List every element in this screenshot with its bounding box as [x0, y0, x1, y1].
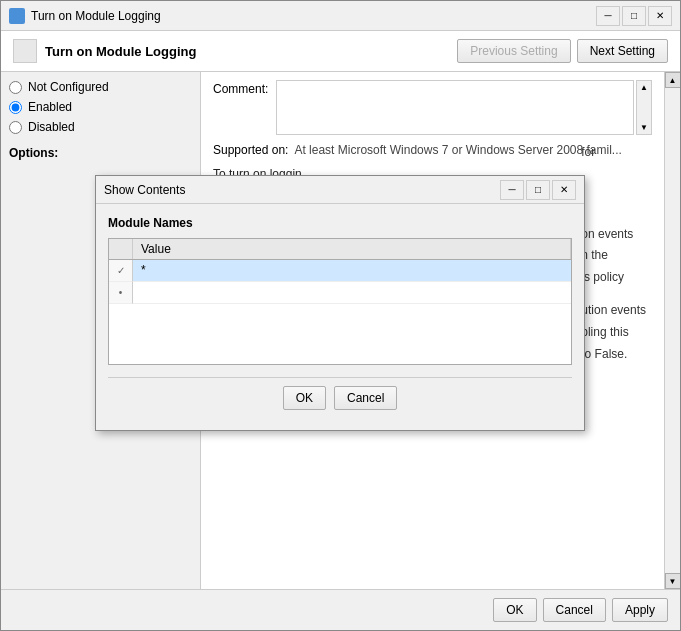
modal-overlay: Show Contents ─ □ ✕ Module Names Value ✓ [0, 0, 681, 631]
modal-controls: ─ □ ✕ [500, 180, 576, 200]
modal-content: Module Names Value ✓ * • [96, 204, 584, 430]
table-row[interactable]: • [109, 282, 571, 304]
table-value-header: Value [133, 239, 571, 259]
show-contents-dialog: Show Contents ─ □ ✕ Module Names Value ✓ [95, 175, 585, 431]
row-1-indicator: ✓ [109, 260, 133, 282]
row-1-value[interactable]: * [133, 260, 571, 282]
row-2-indicator: • [109, 282, 133, 304]
table-row[interactable]: ✓ * [109, 260, 571, 282]
table-num-header [109, 239, 133, 259]
table-empty-area [109, 304, 571, 364]
table-header: Value [109, 239, 571, 260]
modal-footer: OK Cancel [108, 377, 572, 418]
modal-title-bar: Show Contents ─ □ ✕ [96, 176, 584, 204]
modal-close-button[interactable]: ✕ [552, 180, 576, 200]
modal-maximize-button[interactable]: □ [526, 180, 550, 200]
module-names-title: Module Names [108, 216, 572, 230]
modal-title: Show Contents [104, 183, 500, 197]
row-2-value[interactable] [133, 282, 571, 304]
module-names-table: Value ✓ * • [108, 238, 572, 365]
modal-cancel-button[interactable]: Cancel [334, 386, 397, 410]
modal-ok-button[interactable]: OK [283, 386, 326, 410]
modal-minimize-button[interactable]: ─ [500, 180, 524, 200]
